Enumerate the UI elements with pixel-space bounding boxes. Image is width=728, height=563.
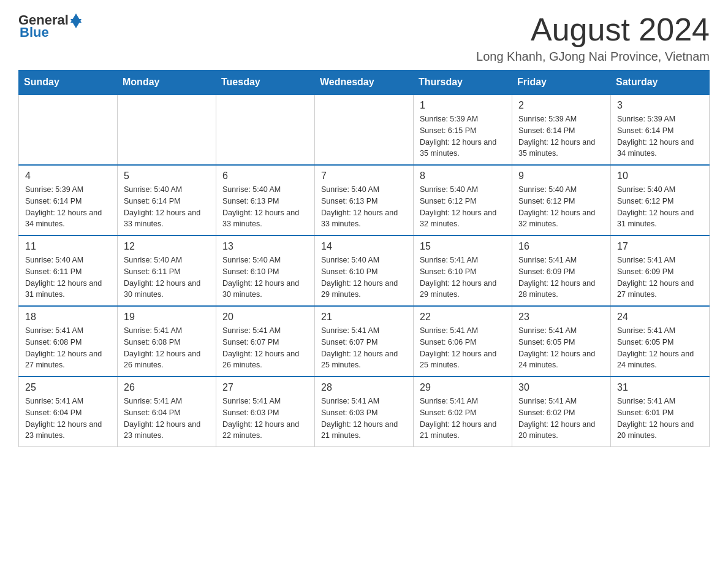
day-number: 25 [25, 382, 111, 393]
calendar-day-cell: 29Sunrise: 5:41 AMSunset: 6:02 PMDayligh… [414, 377, 512, 447]
calendar-day-cell [315, 94, 414, 165]
day-info: Sunrise: 5:41 AMSunset: 6:03 PMDaylight:… [222, 396, 308, 442]
day-number: 18 [25, 312, 111, 323]
day-info: Sunrise: 5:41 AMSunset: 6:08 PMDaylight:… [25, 325, 111, 371]
day-number: 12 [124, 241, 210, 252]
day-number: 19 [124, 312, 210, 323]
day-number: 1 [420, 100, 506, 111]
calendar-day-cell: 14Sunrise: 5:40 AMSunset: 6:10 PMDayligh… [315, 236, 414, 306]
day-info: Sunrise: 5:41 AMSunset: 6:05 PMDaylight:… [617, 325, 703, 371]
day-info: Sunrise: 5:41 AMSunset: 6:07 PMDaylight:… [321, 325, 407, 371]
day-number: 27 [222, 382, 308, 393]
day-number: 5 [124, 170, 210, 182]
calendar-day-cell: 2Sunrise: 5:39 AMSunset: 6:14 PMDaylight… [512, 94, 611, 165]
day-info: Sunrise: 5:41 AMSunset: 6:05 PMDaylight:… [518, 325, 604, 371]
calendar-day-header: Tuesday [216, 71, 315, 95]
day-number: 26 [124, 382, 210, 393]
day-number: 13 [222, 241, 308, 252]
calendar-day-header: Monday [118, 71, 216, 95]
day-info: Sunrise: 5:41 AMSunset: 6:10 PMDaylight:… [420, 255, 506, 301]
calendar-day-cell: 23Sunrise: 5:41 AMSunset: 6:05 PMDayligh… [512, 306, 611, 377]
calendar-week-row: 4Sunrise: 5:39 AMSunset: 6:14 PMDaylight… [19, 165, 710, 236]
calendar-week-row: 1Sunrise: 5:39 AMSunset: 6:15 PMDaylight… [19, 94, 710, 165]
day-number: 29 [420, 382, 506, 393]
calendar-day-cell: 27Sunrise: 5:41 AMSunset: 6:03 PMDayligh… [216, 377, 315, 447]
day-number: 11 [25, 241, 111, 252]
calendar-day-cell: 1Sunrise: 5:39 AMSunset: 6:15 PMDaylight… [414, 94, 512, 165]
day-number: 28 [321, 382, 407, 393]
day-number: 8 [420, 170, 506, 182]
calendar-header-row: SundayMondayTuesdayWednesdayThursdayFrid… [19, 71, 710, 95]
day-info: Sunrise: 5:40 AMSunset: 6:10 PMDaylight:… [321, 255, 407, 301]
day-info: Sunrise: 5:41 AMSunset: 6:09 PMDaylight:… [518, 255, 604, 301]
logo-blue-text: Blue [20, 25, 49, 40]
calendar-day-cell: 26Sunrise: 5:41 AMSunset: 6:04 PMDayligh… [118, 377, 216, 447]
calendar-day-cell: 8Sunrise: 5:40 AMSunset: 6:12 PMDaylight… [414, 165, 512, 236]
day-info: Sunrise: 5:41 AMSunset: 6:04 PMDaylight:… [25, 396, 111, 442]
calendar-day-cell: 13Sunrise: 5:40 AMSunset: 6:10 PMDayligh… [216, 236, 315, 306]
calendar-day-cell: 18Sunrise: 5:41 AMSunset: 6:08 PMDayligh… [19, 306, 118, 377]
day-number: 2 [518, 100, 604, 111]
calendar-day-header: Thursday [414, 71, 512, 95]
calendar-day-cell: 20Sunrise: 5:41 AMSunset: 6:07 PMDayligh… [216, 306, 315, 377]
calendar-day-cell: 11Sunrise: 5:40 AMSunset: 6:11 PMDayligh… [19, 236, 118, 306]
location-title: Long Khanh, GJong Nai Province, Vietnam [476, 50, 710, 64]
day-info: Sunrise: 5:39 AMSunset: 6:14 PMDaylight:… [518, 113, 604, 159]
day-info: Sunrise: 5:41 AMSunset: 6:09 PMDaylight:… [617, 255, 703, 301]
day-number: 7 [321, 170, 407, 182]
day-info: Sunrise: 5:41 AMSunset: 6:04 PMDaylight:… [124, 396, 210, 442]
day-number: 6 [222, 170, 308, 182]
page-header: General Blue August 2024 Long Khanh, GJo… [18, 12, 710, 64]
calendar-week-row: 25Sunrise: 5:41 AMSunset: 6:04 PMDayligh… [19, 377, 710, 447]
calendar-day-header: Wednesday [315, 71, 414, 95]
day-info: Sunrise: 5:41 AMSunset: 6:01 PMDaylight:… [617, 396, 703, 442]
calendar-day-cell: 12Sunrise: 5:40 AMSunset: 6:11 PMDayligh… [118, 236, 216, 306]
day-number: 31 [617, 382, 703, 393]
day-number: 23 [518, 312, 604, 323]
calendar-day-cell [19, 94, 118, 165]
day-info: Sunrise: 5:40 AMSunset: 6:12 PMDaylight:… [420, 184, 506, 230]
calendar-day-cell: 3Sunrise: 5:39 AMSunset: 6:14 PMDaylight… [611, 94, 710, 165]
day-info: Sunrise: 5:40 AMSunset: 6:12 PMDaylight:… [518, 184, 604, 230]
calendar-table: SundayMondayTuesdayWednesdayThursdayFrid… [18, 70, 710, 447]
calendar-day-cell: 4Sunrise: 5:39 AMSunset: 6:14 PMDaylight… [19, 165, 118, 236]
calendar-week-row: 11Sunrise: 5:40 AMSunset: 6:11 PMDayligh… [19, 236, 710, 306]
day-number: 3 [617, 100, 703, 111]
calendar-day-cell: 15Sunrise: 5:41 AMSunset: 6:10 PMDayligh… [414, 236, 512, 306]
day-info: Sunrise: 5:41 AMSunset: 6:08 PMDaylight:… [124, 325, 210, 371]
calendar-day-header: Sunday [19, 71, 118, 95]
calendar-day-cell: 22Sunrise: 5:41 AMSunset: 6:06 PMDayligh… [414, 306, 512, 377]
day-number: 20 [222, 312, 308, 323]
day-info: Sunrise: 5:40 AMSunset: 6:10 PMDaylight:… [222, 255, 308, 301]
calendar-day-cell: 6Sunrise: 5:40 AMSunset: 6:13 PMDaylight… [216, 165, 315, 236]
calendar-day-cell: 9Sunrise: 5:40 AMSunset: 6:12 PMDaylight… [512, 165, 611, 236]
calendar-day-header: Saturday [611, 71, 710, 95]
day-info: Sunrise: 5:41 AMSunset: 6:06 PMDaylight:… [420, 325, 506, 371]
day-number: 9 [518, 170, 604, 182]
day-number: 24 [617, 312, 703, 323]
calendar-week-row: 18Sunrise: 5:41 AMSunset: 6:08 PMDayligh… [19, 306, 710, 377]
day-number: 16 [518, 241, 604, 252]
calendar-day-cell: 17Sunrise: 5:41 AMSunset: 6:09 PMDayligh… [611, 236, 710, 306]
day-number: 21 [321, 312, 407, 323]
logo: General Blue [18, 12, 82, 40]
day-info: Sunrise: 5:40 AMSunset: 6:11 PMDaylight:… [25, 255, 111, 301]
day-info: Sunrise: 5:40 AMSunset: 6:13 PMDaylight:… [321, 184, 407, 230]
calendar-day-cell: 10Sunrise: 5:40 AMSunset: 6:12 PMDayligh… [611, 165, 710, 236]
day-info: Sunrise: 5:39 AMSunset: 6:15 PMDaylight:… [420, 113, 506, 159]
calendar-day-cell [216, 94, 315, 165]
calendar-day-cell: 21Sunrise: 5:41 AMSunset: 6:07 PMDayligh… [315, 306, 414, 377]
day-number: 10 [617, 170, 703, 182]
calendar-day-cell: 31Sunrise: 5:41 AMSunset: 6:01 PMDayligh… [611, 377, 710, 447]
calendar-day-cell: 30Sunrise: 5:41 AMSunset: 6:02 PMDayligh… [512, 377, 611, 447]
day-info: Sunrise: 5:40 AMSunset: 6:14 PMDaylight:… [124, 184, 210, 230]
calendar-day-cell: 7Sunrise: 5:40 AMSunset: 6:13 PMDaylight… [315, 165, 414, 236]
day-number: 30 [518, 382, 604, 393]
day-number: 15 [420, 241, 506, 252]
calendar-day-cell: 16Sunrise: 5:41 AMSunset: 6:09 PMDayligh… [512, 236, 611, 306]
month-title: August 2024 [476, 12, 710, 47]
calendar-day-cell [118, 94, 216, 165]
calendar-day-cell: 5Sunrise: 5:40 AMSunset: 6:14 PMDaylight… [118, 165, 216, 236]
day-number: 14 [321, 241, 407, 252]
day-info: Sunrise: 5:39 AMSunset: 6:14 PMDaylight:… [617, 113, 703, 159]
